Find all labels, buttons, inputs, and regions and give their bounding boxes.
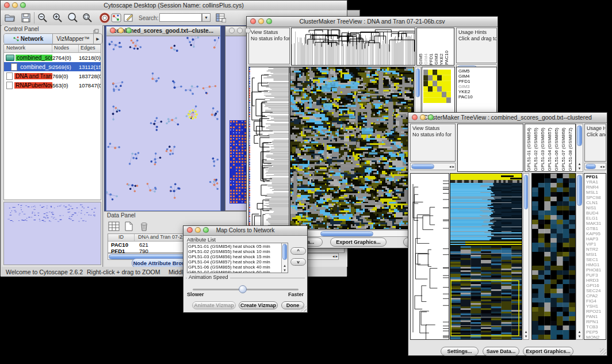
scrollbar-thumb[interactable]: [524, 175, 528, 209]
tv2-global-heatmap-canvas[interactable]: [450, 174, 522, 339]
new-attribute-button[interactable]: [123, 220, 135, 232]
tv2-row-dendrogram-canvas[interactable]: [411, 174, 449, 339]
tv1-mini-matrix-canvas[interactable]: [423, 70, 451, 103]
network-list-row[interactable]: DNA and Tran 07769(0)183728(0): [4, 71, 101, 81]
tv1-column-dendrogram-canvas[interactable]: [292, 28, 415, 65]
close-button[interactable]: [4, 2, 10, 8]
close-button[interactable]: [110, 28, 116, 33]
scroll-right-arrow[interactable]: ▸: [335, 254, 338, 259]
network-list-row[interactable]: combined_scores2764(0)16218(0): [4, 53, 101, 62]
tv2-zoom-vscrollbar[interactable]: ▴ ▾: [576, 173, 583, 340]
animate-vizmap-button[interactable]: Animate Vizmap: [192, 301, 236, 309]
scrollbar-thumb[interactable]: [282, 244, 287, 260]
delete-attribute-button[interactable]: [137, 220, 150, 232]
search-dropdown-button[interactable]: ▼: [202, 13, 211, 22]
zoom-in-button[interactable]: [51, 12, 64, 24]
tv2-zoom-heatmap-canvas[interactable]: [532, 174, 575, 339]
open-session-button[interactable]: [3, 12, 16, 24]
tv2-settings-button[interactable]: Settings...: [441, 347, 479, 356]
zoom-button[interactable]: [203, 227, 209, 233]
minimize-button[interactable]: [195, 227, 201, 233]
scrollbar-thumb[interactable]: [411, 164, 434, 169]
move-down-button[interactable]: v: [290, 258, 306, 266]
scroll-down-arrow[interactable]: ▾: [282, 268, 288, 273]
select-attributes-button[interactable]: [108, 220, 120, 232]
tv2-column-dendrogram[interactable]: [457, 124, 523, 172]
attribute-list-item[interactable]: GPL51-03 (GSM856) heat shock 15 min: [188, 254, 281, 259]
tv2-collabel-scrollbar[interactable]: ▴ ▾: [576, 124, 583, 172]
tv1-row-dendrogram[interactable]: [248, 67, 289, 229]
tv1-heatmap-canvas[interactable]: [290, 67, 414, 229]
scrollbar-thumb[interactable]: [577, 175, 582, 206]
minimize-button[interactable]: [237, 28, 243, 33]
treeview2-title-bar[interactable]: ClusterMaker TreeView : combined_scores_…: [408, 113, 607, 123]
attribute-browser-button[interactable]: [215, 12, 227, 24]
close-button[interactable]: [229, 28, 235, 33]
network-canvas[interactable]: [106, 36, 219, 210]
close-button[interactable]: [187, 227, 193, 233]
tab-vizmapper[interactable]: VizMapper™: [53, 34, 94, 44]
col-header-id[interactable]: ID: [108, 234, 135, 241]
tv1-heatmap[interactable]: [290, 67, 414, 229]
scroll-down-arrow[interactable]: ▾: [576, 334, 583, 339]
zoom-button[interactable]: [245, 28, 251, 33]
speed-slider-thumb[interactable]: [239, 285, 247, 293]
dialog-title-bar[interactable]: Map Colors to Network: [183, 226, 307, 236]
move-up-button[interactable]: ^: [290, 247, 306, 255]
tv1-column-dendrogram[interactable]: [291, 28, 415, 66]
scrollbar-thumb[interactable]: [416, 68, 420, 97]
attribute-list-item[interactable]: GPL51-04 (GSM857) heat shock 20 min: [188, 259, 281, 265]
birdseye-view[interactable]: [3, 202, 101, 265]
tv2-status-scrollbar[interactable]: ◂ ▸: [410, 163, 456, 170]
attribute-listbox[interactable]: GPL51-01 (GSM854) heat shock 05 minGPL51…: [187, 243, 288, 273]
attribute-list-item[interactable]: GPL51-06 (GSM865) heat shock 40 min: [188, 265, 281, 270]
dense-network-grid[interactable]: [230, 120, 247, 204]
minimize-button[interactable]: [12, 2, 18, 8]
scrollbar-thumb[interactable]: [320, 231, 373, 236]
col-header-nodes[interactable]: Nodes: [52, 45, 79, 52]
scrollbar-thumb[interactable]: [586, 164, 596, 169]
scroll-right-arrow[interactable]: ▸: [602, 164, 606, 169]
listbox-vscrollbar[interactable]: ▴ ▾: [281, 243, 288, 273]
main-title-bar[interactable]: Cytoscape Desktop (Session Name: collins…: [1, 1, 347, 11]
attribute-list-item[interactable]: GPL51-02 (GSM855) heat shock 10 min: [188, 249, 281, 254]
help-button[interactable]: [98, 12, 111, 24]
scroll-down-arrow[interactable]: ▾: [523, 334, 529, 339]
save-session-button[interactable]: [20, 12, 32, 24]
tv1-hscrollbar[interactable]: [290, 230, 414, 237]
close-button[interactable]: [412, 114, 418, 120]
tv2-global-vscrollbar[interactable]: ▴ ▾: [523, 173, 529, 340]
network-view-window[interactable]: combined_scores_good.txt--cluste...: [106, 26, 221, 211]
resize-grip[interactable]: [300, 305, 307, 312]
tv2-row-dendrogram[interactable]: [410, 173, 449, 340]
scroll-up-arrow[interactable]: ▴: [576, 329, 583, 334]
close-button[interactable]: [250, 18, 256, 24]
search-input[interactable]: [159, 13, 202, 22]
scrollbar-thumb[interactable]: [577, 125, 582, 146]
scroll-up-arrow[interactable]: ▴: [523, 329, 529, 334]
tv1-export-graphics-button[interactable]: Export Graphics...: [330, 237, 387, 247]
birdseye-canvas[interactable]: [4, 202, 101, 265]
network-list-row[interactable]: combined_sco2569(6)13112(15): [4, 62, 101, 71]
tv2-global-heatmap[interactable]: [450, 173, 522, 340]
attribute-list-item[interactable]: GPL51-07 (GSM868) heat shock 60 min: [188, 270, 281, 273]
scroll-down-arrow[interactable]: ▾: [576, 166, 583, 171]
network-window-title-bar[interactable]: combined_scores_good.txt--cluste...: [106, 26, 220, 36]
minimize-button[interactable]: [118, 28, 124, 33]
scroll-right-arrow[interactable]: ▸: [452, 164, 455, 169]
tv2-zoom-heatmap[interactable]: [531, 173, 576, 340]
tv2-save-data-button[interactable]: Save Data...: [483, 347, 519, 356]
network-overview-button[interactable]: [110, 12, 123, 24]
minimize-button[interactable]: [420, 114, 426, 120]
resize-grip[interactable]: [600, 348, 606, 355]
zoom-button[interactable]: [126, 28, 132, 33]
zoom-button[interactable]: [20, 2, 26, 8]
zoom-fit-button[interactable]: [66, 12, 79, 24]
zoom-button[interactable]: [428, 114, 434, 120]
zoom-button[interactable]: [266, 18, 272, 24]
tab-network[interactable]: Network: [4, 34, 53, 44]
tv2-hints-scrollbar[interactable]: ◂ ▸: [584, 163, 606, 170]
tv1-row-dendrogram-canvas[interactable]: [249, 67, 289, 229]
col-header-edges[interactable]: Edges: [79, 45, 101, 52]
create-vizmap-button[interactable]: Create Vizmap: [239, 301, 278, 309]
